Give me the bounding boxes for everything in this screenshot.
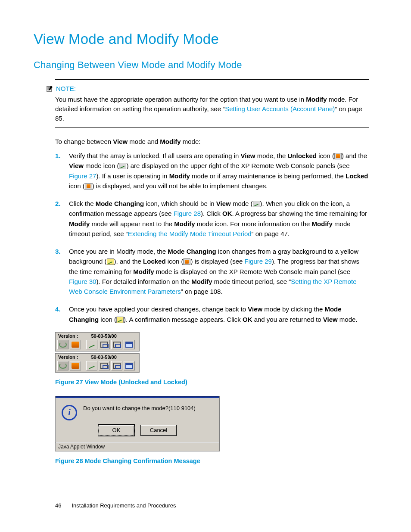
page-number: 46 [55, 502, 61, 509]
version-value: 50-03-50/00 [91, 333, 116, 339]
mode-changing-button[interactable] [86, 361, 97, 370]
link-setting-user-accounts[interactable]: Setting User Accounts (Account Pane) [225, 105, 335, 112]
mode-changing-icon [253, 201, 260, 207]
option-button-1[interactable] [99, 361, 110, 370]
figure-27: Version : 50-03-50/00 Version : 50-03-50… [55, 332, 140, 373]
unlocked-button[interactable] [70, 340, 81, 349]
refresh-button[interactable] [57, 361, 68, 370]
list-item: 1. Verify that the array is unlocked. If… [55, 151, 369, 191]
toolbar-unlocked: Version : 50-03-50/00 [55, 332, 140, 352]
option-button-2[interactable] [111, 340, 122, 349]
dialog-statusbar: Java Applet Window [56, 442, 219, 451]
step-text: Once you have applied your desired chang… [69, 304, 369, 324]
refresh-button[interactable] [57, 340, 68, 349]
intro-text: To change between View mode and Modify m… [55, 137, 369, 146]
page-footer: 46 Installation Requirements and Procedu… [55, 502, 176, 509]
window-button[interactable] [124, 340, 135, 349]
link-figure-29[interactable]: Figure 29 [245, 258, 272, 265]
cancel-button[interactable]: Cancel [140, 425, 177, 436]
ok-button[interactable]: OK [98, 425, 134, 436]
page-title: View Mode and Modify Mode [34, 31, 377, 47]
note-body: You must have the appropriate operation … [55, 95, 369, 123]
locked-icon [85, 183, 92, 190]
mode-changing-yellow-icon [107, 258, 114, 265]
unlocked-icon [334, 153, 342, 159]
steps-list: 1. Verify that the array is unlocked. If… [55, 151, 369, 324]
option-button-2[interactable] [111, 361, 122, 370]
figure-27-caption: Figure 27 View Mode (Unlocked and Locked… [55, 379, 377, 386]
version-value: 50-03-50/00 [91, 355, 116, 360]
figure-28-dialog: i Do you want to change the mode?(110 91… [55, 396, 220, 451]
divider [55, 79, 369, 80]
link-figure-27[interactable]: Figure 27 [69, 172, 96, 180]
text: mode: [181, 138, 201, 145]
text-bold: Modify [306, 96, 327, 103]
step-text: Verify that the array is unlocked. If al… [69, 151, 369, 191]
figure-28-caption: Figure 28 Mode Changing Confirmation Mes… [55, 457, 377, 464]
divider [55, 127, 369, 128]
note-icon [47, 86, 53, 92]
step-number: 3. [55, 246, 63, 296]
link-extending-timeout[interactable]: Extending the Modify Mode Timeout Period [128, 230, 252, 237]
locked-icon [183, 258, 190, 265]
text: mode and [128, 138, 160, 145]
list-item: 3. Once you are in Modify mode, the Mode… [55, 246, 369, 296]
text-bold: Modify [160, 138, 181, 145]
text: To change between [55, 138, 113, 145]
section-title: Changing Between View Mode and Modify Mo… [34, 59, 377, 71]
info-icon: i [62, 405, 77, 420]
view-mode-icon [119, 163, 126, 169]
list-item: 4. Once you have applied your desired ch… [55, 304, 369, 324]
step-text: Once you are in Modify mode, the Mode Ch… [69, 246, 369, 296]
text-bold: View [113, 138, 128, 145]
step-number: 1. [55, 151, 63, 191]
list-item: 2. Click the Mode Changing icon, which s… [55, 199, 369, 239]
locked-button[interactable] [70, 361, 81, 370]
step-number: 4. [55, 304, 63, 324]
version-label: Version : [58, 355, 78, 360]
step-text: Click the Mode Changing icon, which shou… [69, 199, 369, 239]
version-label: Version : [58, 333, 78, 339]
toolbar-locked: Version : 50-03-50/00 [55, 353, 140, 373]
mode-changing-button[interactable] [86, 340, 97, 349]
window-button[interactable] [124, 361, 135, 370]
option-button-1[interactable] [99, 340, 110, 349]
dialog-message: Do you want to change the mode?(110 9104… [83, 405, 196, 411]
note-label: NOTE: [56, 85, 76, 92]
link-figure-28[interactable]: Figure 28 [174, 210, 201, 217]
mode-changing-yellow-icon [116, 317, 124, 323]
step-number: 2. [55, 199, 63, 239]
link-figure-30[interactable]: Figure 30 [69, 278, 96, 285]
footer-title: Installation Requirements and Procedures [72, 502, 176, 509]
text: You must have the appropriate operation … [55, 96, 306, 103]
